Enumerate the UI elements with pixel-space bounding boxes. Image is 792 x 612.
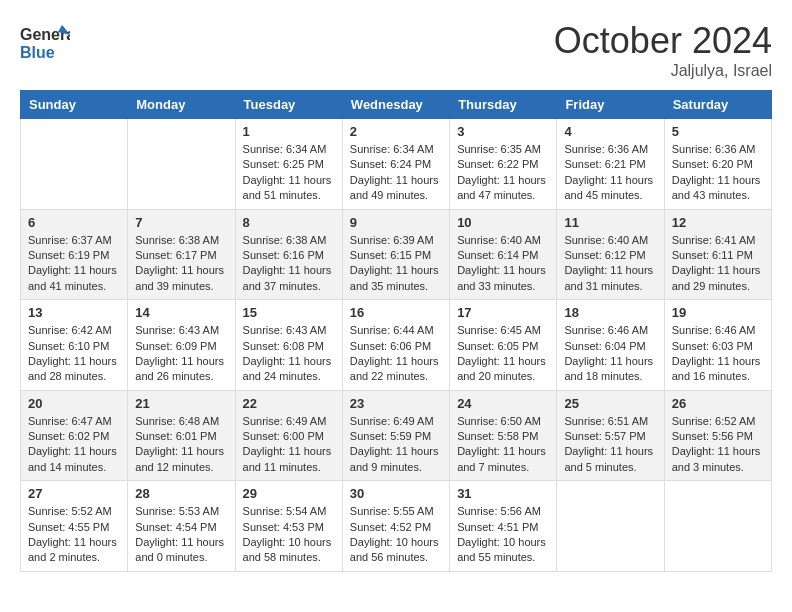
- logo: General Blue: [20, 20, 70, 69]
- calendar-cell: 13Sunrise: 6:42 AMSunset: 6:10 PMDayligh…: [21, 300, 128, 391]
- calendar-cell: 5Sunrise: 6:36 AMSunset: 6:20 PMDaylight…: [664, 119, 771, 210]
- weekday-header: Tuesday: [235, 91, 342, 119]
- cell-info: Sunrise: 6:36 AMSunset: 6:21 PMDaylight:…: [564, 142, 656, 204]
- title-section: October 2024 Jaljulya, Israel: [554, 20, 772, 80]
- day-number: 15: [243, 305, 335, 320]
- cell-info: Sunrise: 6:51 AMSunset: 5:57 PMDaylight:…: [564, 414, 656, 476]
- calendar-cell: 16Sunrise: 6:44 AMSunset: 6:06 PMDayligh…: [342, 300, 449, 391]
- day-number: 10: [457, 215, 549, 230]
- calendar-cell: 28Sunrise: 5:53 AMSunset: 4:54 PMDayligh…: [128, 481, 235, 572]
- cell-info: Sunrise: 6:35 AMSunset: 6:22 PMDaylight:…: [457, 142, 549, 204]
- calendar-week-row: 27Sunrise: 5:52 AMSunset: 4:55 PMDayligh…: [21, 481, 772, 572]
- cell-info: Sunrise: 6:46 AMSunset: 6:03 PMDaylight:…: [672, 323, 764, 385]
- day-number: 7: [135, 215, 227, 230]
- weekday-header: Saturday: [664, 91, 771, 119]
- location: Jaljulya, Israel: [554, 62, 772, 80]
- day-number: 23: [350, 396, 442, 411]
- calendar-cell: 11Sunrise: 6:40 AMSunset: 6:12 PMDayligh…: [557, 209, 664, 300]
- calendar-cell: 1Sunrise: 6:34 AMSunset: 6:25 PMDaylight…: [235, 119, 342, 210]
- calendar-cell: 2Sunrise: 6:34 AMSunset: 6:24 PMDaylight…: [342, 119, 449, 210]
- day-number: 27: [28, 486, 120, 501]
- calendar-cell: 12Sunrise: 6:41 AMSunset: 6:11 PMDayligh…: [664, 209, 771, 300]
- calendar-cell: 20Sunrise: 6:47 AMSunset: 6:02 PMDayligh…: [21, 390, 128, 481]
- day-number: 8: [243, 215, 335, 230]
- day-number: 22: [243, 396, 335, 411]
- calendar-cell: 31Sunrise: 5:56 AMSunset: 4:51 PMDayligh…: [450, 481, 557, 572]
- day-number: 9: [350, 215, 442, 230]
- calendar-cell: 27Sunrise: 5:52 AMSunset: 4:55 PMDayligh…: [21, 481, 128, 572]
- day-number: 16: [350, 305, 442, 320]
- calendar-table: SundayMondayTuesdayWednesdayThursdayFrid…: [20, 90, 772, 572]
- calendar-cell: 14Sunrise: 6:43 AMSunset: 6:09 PMDayligh…: [128, 300, 235, 391]
- day-number: 6: [28, 215, 120, 230]
- day-number: 24: [457, 396, 549, 411]
- day-number: 1: [243, 124, 335, 139]
- calendar-cell: 7Sunrise: 6:38 AMSunset: 6:17 PMDaylight…: [128, 209, 235, 300]
- calendar-cell: 30Sunrise: 5:55 AMSunset: 4:52 PMDayligh…: [342, 481, 449, 572]
- calendar-cell: 21Sunrise: 6:48 AMSunset: 6:01 PMDayligh…: [128, 390, 235, 481]
- cell-info: Sunrise: 6:42 AMSunset: 6:10 PMDaylight:…: [28, 323, 120, 385]
- logo-icon: General Blue: [20, 20, 70, 65]
- cell-info: Sunrise: 6:37 AMSunset: 6:19 PMDaylight:…: [28, 233, 120, 295]
- day-number: 31: [457, 486, 549, 501]
- cell-info: Sunrise: 6:43 AMSunset: 6:09 PMDaylight:…: [135, 323, 227, 385]
- calendar-cell: [557, 481, 664, 572]
- calendar-cell: 26Sunrise: 6:52 AMSunset: 5:56 PMDayligh…: [664, 390, 771, 481]
- page-header: General Blue October 2024 Jaljulya, Isra…: [20, 20, 772, 80]
- cell-info: Sunrise: 6:47 AMSunset: 6:02 PMDaylight:…: [28, 414, 120, 476]
- day-number: 13: [28, 305, 120, 320]
- calendar-week-row: 6Sunrise: 6:37 AMSunset: 6:19 PMDaylight…: [21, 209, 772, 300]
- cell-info: Sunrise: 6:45 AMSunset: 6:05 PMDaylight:…: [457, 323, 549, 385]
- day-number: 5: [672, 124, 764, 139]
- day-number: 2: [350, 124, 442, 139]
- cell-info: Sunrise: 6:49 AMSunset: 6:00 PMDaylight:…: [243, 414, 335, 476]
- cell-info: Sunrise: 6:34 AMSunset: 6:24 PMDaylight:…: [350, 142, 442, 204]
- day-number: 25: [564, 396, 656, 411]
- header-row: SundayMondayTuesdayWednesdayThursdayFrid…: [21, 91, 772, 119]
- calendar-cell: 22Sunrise: 6:49 AMSunset: 6:00 PMDayligh…: [235, 390, 342, 481]
- calendar-week-row: 13Sunrise: 6:42 AMSunset: 6:10 PMDayligh…: [21, 300, 772, 391]
- cell-info: Sunrise: 6:49 AMSunset: 5:59 PMDaylight:…: [350, 414, 442, 476]
- weekday-header: Thursday: [450, 91, 557, 119]
- calendar-week-row: 1Sunrise: 6:34 AMSunset: 6:25 PMDaylight…: [21, 119, 772, 210]
- calendar-cell: 24Sunrise: 6:50 AMSunset: 5:58 PMDayligh…: [450, 390, 557, 481]
- cell-info: Sunrise: 6:41 AMSunset: 6:11 PMDaylight:…: [672, 233, 764, 295]
- cell-info: Sunrise: 6:52 AMSunset: 5:56 PMDaylight:…: [672, 414, 764, 476]
- svg-text:Blue: Blue: [20, 44, 55, 61]
- calendar-cell: [21, 119, 128, 210]
- calendar-cell: 6Sunrise: 6:37 AMSunset: 6:19 PMDaylight…: [21, 209, 128, 300]
- day-number: 30: [350, 486, 442, 501]
- cell-info: Sunrise: 5:55 AMSunset: 4:52 PMDaylight:…: [350, 504, 442, 566]
- calendar-cell: 19Sunrise: 6:46 AMSunset: 6:03 PMDayligh…: [664, 300, 771, 391]
- calendar-cell: 15Sunrise: 6:43 AMSunset: 6:08 PMDayligh…: [235, 300, 342, 391]
- day-number: 11: [564, 215, 656, 230]
- calendar-cell: [128, 119, 235, 210]
- cell-info: Sunrise: 6:50 AMSunset: 5:58 PMDaylight:…: [457, 414, 549, 476]
- calendar-week-row: 20Sunrise: 6:47 AMSunset: 6:02 PMDayligh…: [21, 390, 772, 481]
- cell-info: Sunrise: 6:34 AMSunset: 6:25 PMDaylight:…: [243, 142, 335, 204]
- cell-info: Sunrise: 6:40 AMSunset: 6:12 PMDaylight:…: [564, 233, 656, 295]
- day-number: 4: [564, 124, 656, 139]
- calendar-cell: 9Sunrise: 6:39 AMSunset: 6:15 PMDaylight…: [342, 209, 449, 300]
- cell-info: Sunrise: 6:40 AMSunset: 6:14 PMDaylight:…: [457, 233, 549, 295]
- calendar-cell: 29Sunrise: 5:54 AMSunset: 4:53 PMDayligh…: [235, 481, 342, 572]
- calendar-cell: 17Sunrise: 6:45 AMSunset: 6:05 PMDayligh…: [450, 300, 557, 391]
- day-number: 28: [135, 486, 227, 501]
- day-number: 14: [135, 305, 227, 320]
- cell-info: Sunrise: 6:36 AMSunset: 6:20 PMDaylight:…: [672, 142, 764, 204]
- cell-info: Sunrise: 6:48 AMSunset: 6:01 PMDaylight:…: [135, 414, 227, 476]
- cell-info: Sunrise: 5:54 AMSunset: 4:53 PMDaylight:…: [243, 504, 335, 566]
- calendar-cell: 3Sunrise: 6:35 AMSunset: 6:22 PMDaylight…: [450, 119, 557, 210]
- weekday-header: Sunday: [21, 91, 128, 119]
- cell-info: Sunrise: 6:38 AMSunset: 6:17 PMDaylight:…: [135, 233, 227, 295]
- day-number: 3: [457, 124, 549, 139]
- weekday-header: Monday: [128, 91, 235, 119]
- calendar-cell: 23Sunrise: 6:49 AMSunset: 5:59 PMDayligh…: [342, 390, 449, 481]
- day-number: 19: [672, 305, 764, 320]
- cell-info: Sunrise: 5:52 AMSunset: 4:55 PMDaylight:…: [28, 504, 120, 566]
- calendar-cell: 25Sunrise: 6:51 AMSunset: 5:57 PMDayligh…: [557, 390, 664, 481]
- cell-info: Sunrise: 6:39 AMSunset: 6:15 PMDaylight:…: [350, 233, 442, 295]
- day-number: 29: [243, 486, 335, 501]
- cell-info: Sunrise: 5:53 AMSunset: 4:54 PMDaylight:…: [135, 504, 227, 566]
- day-number: 18: [564, 305, 656, 320]
